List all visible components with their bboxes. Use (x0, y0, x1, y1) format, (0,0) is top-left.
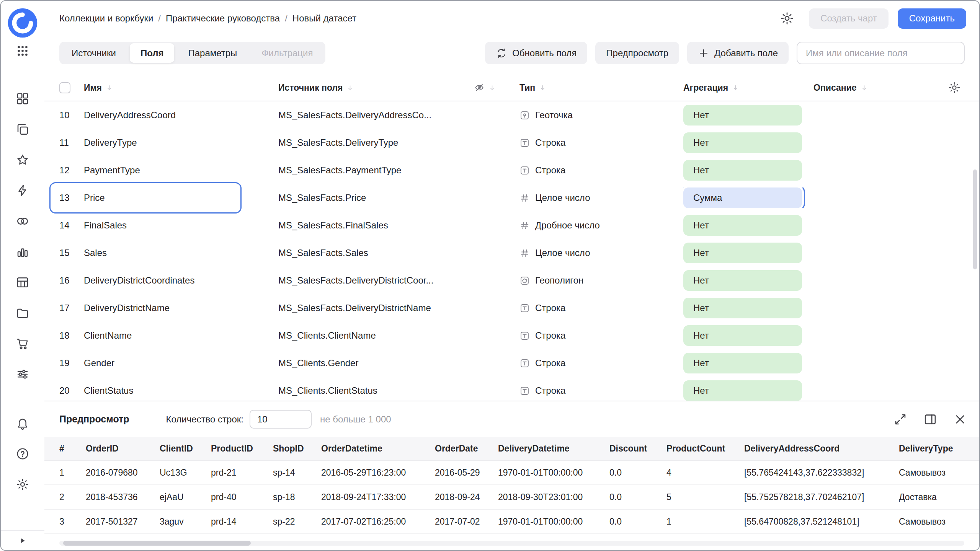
field-type-cell[interactable]: Строка (519, 330, 683, 341)
type-float-icon (519, 220, 530, 231)
close-icon[interactable] (953, 412, 967, 426)
sidebar-footer[interactable] (1, 530, 44, 550)
field-name-cell[interactable]: DeliveryType (84, 137, 278, 148)
row-number: 17 (59, 303, 84, 313)
type-geopolygon-icon (519, 276, 530, 286)
table-icon[interactable] (16, 276, 29, 289)
sort-down-icon[interactable] (860, 84, 868, 92)
bell-icon[interactable] (16, 416, 29, 430)
field-row[interactable]: 18 ClientName MS_Clients.ClientName Стро… (44, 322, 979, 349)
sliders-icon[interactable] (16, 367, 29, 381)
field-name-cell[interactable]: DeliveryDistrictName (84, 303, 278, 313)
aggregation-select[interactable]: Нет (683, 160, 802, 181)
row-count-input[interactable] (250, 410, 312, 429)
field-type-cell[interactable]: Целое число (519, 248, 683, 258)
sort-down-icon[interactable] (539, 84, 547, 92)
field-row[interactable]: 11 DeliveryType MS_SalesFacts.DeliveryTy… (44, 129, 979, 156)
aggregation-select[interactable]: Нет (683, 270, 802, 291)
field-type-cell[interactable]: Строка (519, 165, 683, 176)
horizontal-scrollbar-thumb[interactable] (63, 541, 251, 546)
preview-cell: 2016-05-29 (435, 468, 498, 478)
table-settings-gear-icon[interactable] (948, 81, 961, 94)
refresh-fields-label: Обновить поля (512, 48, 577, 59)
field-type-cell[interactable]: Строка (519, 303, 683, 313)
preview-cell: 2018-09-24T17:33:00 (321, 492, 435, 502)
col-header-type[interactable]: Тип (519, 83, 535, 93)
field-type-cell[interactable]: Дробное число (519, 220, 683, 231)
field-row[interactable]: 16 DeliveryDistrictCoordinates MS_SalesF… (44, 267, 979, 294)
field-name-cell[interactable]: Sales (84, 248, 278, 258)
dashboards-icon[interactable] (16, 92, 29, 106)
aggregation-select[interactable]: Нет (683, 380, 802, 401)
sort-down-icon[interactable] (488, 84, 496, 92)
field-row[interactable]: 13 Price MS_SalesFacts.Price Целое число… (44, 184, 979, 212)
breadcrumb-item-guides[interactable]: Практические руководства (166, 13, 280, 24)
aggregation-select[interactable]: Нет (683, 132, 802, 153)
breadcrumb-separator: / (158, 13, 161, 24)
aggregation-select[interactable]: Сумма (683, 187, 802, 208)
field-row[interactable]: 20 ClientStatus MS_Clients.ClientStatus … (44, 377, 979, 401)
circles-icon[interactable] (16, 214, 29, 228)
bar-chart-icon[interactable] (16, 245, 29, 259)
panel-right-icon[interactable] (923, 412, 937, 426)
field-type-cell[interactable]: Геоточка (519, 110, 683, 121)
field-name-cell[interactable]: ClientStatus (84, 385, 278, 396)
breadcrumb-item-collections[interactable]: Коллекции и воркбуки (59, 13, 153, 24)
aggregation-select[interactable]: Нет (683, 298, 802, 318)
field-type-cell[interactable]: Геополигон (519, 275, 683, 286)
add-field-button[interactable]: Добавить поле (687, 42, 789, 64)
lightning-icon[interactable] (16, 184, 29, 197)
save-button[interactable]: Сохранить (898, 8, 966, 29)
folder-icon[interactable] (16, 306, 29, 320)
field-row[interactable]: 12 PaymentType MS_SalesFacts.PaymentType… (44, 156, 979, 184)
aggregation-select[interactable]: Нет (683, 353, 802, 373)
settings-gear-icon[interactable] (780, 11, 794, 26)
aggregation-select[interactable]: Нет (683, 243, 802, 263)
copy-icon[interactable] (16, 122, 29, 136)
field-name-cell[interactable]: DeliveryDistrictCoordinates (84, 275, 278, 286)
field-type-cell[interactable]: Строка (519, 358, 683, 368)
field-name-cell[interactable]: DeliveryAddressCoord (84, 110, 278, 121)
apps-grid-icon[interactable] (16, 44, 29, 57)
refresh-fields-button[interactable]: Обновить поля (485, 42, 587, 64)
field-row[interactable]: 19 Gender MS_Clients.Gender Строка Нет (44, 349, 979, 377)
field-row[interactable]: 15 Sales MS_SalesFacts.Sales Целое число… (44, 239, 979, 267)
field-type-cell[interactable]: Строка (519, 385, 683, 396)
field-name-cell[interactable]: FinalSales (84, 220, 278, 231)
field-name-cell[interactable]: Price (84, 192, 278, 203)
tab-fields[interactable]: Поля (130, 43, 175, 63)
tab-parameters[interactable]: Параметры (176, 42, 249, 64)
sort-down-icon[interactable] (346, 84, 354, 92)
expand-icon[interactable] (893, 412, 907, 426)
field-search-input[interactable] (797, 42, 965, 64)
sort-down-icon[interactable] (732, 84, 740, 92)
field-row[interactable]: 17 DeliveryDistrictName MS_SalesFacts.De… (44, 294, 979, 322)
field-row[interactable]: 10 DeliveryAddressCoord MS_SalesFacts.De… (44, 101, 979, 129)
datalens-logo[interactable] (7, 8, 38, 38)
field-name-cell[interactable]: PaymentType (84, 165, 278, 176)
eye-off-icon[interactable] (474, 82, 485, 93)
preview-button[interactable]: Предпросмотр (595, 42, 679, 64)
field-source-cell: MS_SalesFacts.FinalSales (278, 220, 474, 231)
col-header-description[interactable]: Описание (813, 83, 857, 93)
col-header-source[interactable]: Источник поля (278, 83, 343, 93)
preview-panel-actions (893, 412, 967, 426)
col-header-aggregation[interactable]: Агрегация (683, 83, 728, 93)
select-all-checkbox[interactable] (59, 82, 70, 93)
col-header-name[interactable]: Имя (84, 83, 102, 93)
question-icon[interactable] (16, 447, 29, 461)
field-type-cell[interactable]: Строка (519, 137, 683, 148)
sort-down-icon[interactable] (105, 84, 113, 92)
cart-icon[interactable] (16, 337, 29, 350)
field-row[interactable]: 14 FinalSales MS_SalesFacts.FinalSales Д… (44, 212, 979, 239)
field-name-cell[interactable]: ClientName (84, 330, 278, 341)
aggregation-select[interactable]: Нет (683, 215, 802, 236)
tab-sources[interactable]: Источники (59, 42, 128, 64)
star-icon[interactable] (16, 153, 29, 167)
field-type-cell[interactable]: Целое число (519, 192, 683, 203)
row-number: 11 (59, 137, 84, 148)
aggregation-select[interactable]: Нет (683, 325, 802, 346)
gear-icon[interactable] (16, 478, 29, 491)
field-name-cell[interactable]: Gender (84, 358, 278, 368)
aggregation-select[interactable]: Нет (683, 105, 802, 126)
